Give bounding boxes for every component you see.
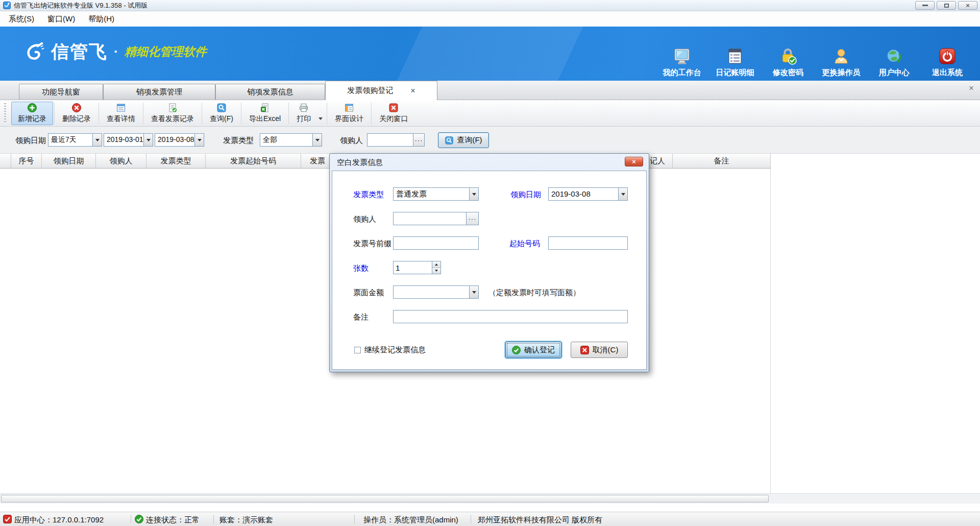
col-seq[interactable]: 序号 xyxy=(11,154,42,168)
chevron-down-icon[interactable] xyxy=(618,188,627,200)
date-from-value: 2019-03-01 xyxy=(104,134,143,146)
invoice-type-select[interactable]: 普通发票 xyxy=(393,187,479,201)
restore-button[interactable] xyxy=(937,1,956,10)
toolbar-label: 关闭窗口 xyxy=(379,114,408,124)
count-input[interactable] xyxy=(394,261,432,274)
chevron-down-icon[interactable] xyxy=(469,188,478,200)
brand: 信管飞 · 精细化管理软件 xyxy=(22,40,207,64)
col-purchaser[interactable]: 领购人 xyxy=(96,154,146,168)
purchaser-input[interactable] xyxy=(394,212,466,225)
purchase-date-select[interactable]: 2019-03-08 xyxy=(548,187,628,201)
toolbar-label: 打印 xyxy=(297,114,311,124)
invoice-type-select[interactable]: 全部 xyxy=(260,133,322,147)
toolbar-separator xyxy=(99,103,99,124)
minimize-button[interactable] xyxy=(915,1,935,10)
confirm-register-button[interactable]: 确认登记 xyxy=(505,342,561,358)
purchaser-lookup-button[interactable]: ··· xyxy=(413,134,424,146)
purchaser-filter-input[interactable] xyxy=(368,134,413,146)
menu-window[interactable]: 窗口(W) xyxy=(41,12,82,26)
filter-person-label: 领购人 xyxy=(340,136,363,146)
print-dropdown-caret[interactable] xyxy=(318,117,323,120)
action-label: 更换操作员 xyxy=(822,68,861,78)
brand-separator: · xyxy=(114,44,118,60)
date-range-select[interactable]: 最近7天 xyxy=(48,133,102,147)
tab-strip: 功能导航窗 销项发票管理 销项发票信息 发票领购登记 × × xyxy=(0,81,980,100)
dialog-title: 空白发票信息 xyxy=(337,154,383,171)
col-invoice-type[interactable]: 发票类型 xyxy=(146,154,206,168)
toolbar-print[interactable]: 打印 xyxy=(290,102,317,125)
tab-function-nav[interactable]: 功能导航窗 xyxy=(19,84,103,100)
scrollbar-thumb[interactable] xyxy=(1,495,769,503)
count-label: 张数 xyxy=(353,264,369,273)
toolbar-query[interactable]: 查询(F) xyxy=(203,102,240,125)
app-header: 信管飞 · 精细化管理软件 我的工作台 日记账明细 修改密码 更换操作 xyxy=(0,27,980,81)
col-remark[interactable]: 备注 xyxy=(673,154,771,168)
status-separator xyxy=(354,515,355,523)
toolbar-close-window[interactable]: 关闭窗口 xyxy=(373,102,414,125)
tab-invoice-purchase-register[interactable]: 发票领购登记 × xyxy=(325,81,437,100)
search-button[interactable]: 查询(F) xyxy=(438,132,489,148)
dialog-close-button[interactable]: × xyxy=(625,157,643,166)
lock-check-icon xyxy=(779,47,797,65)
amount-hint: （定额发票时可填写面额） xyxy=(488,288,580,298)
continue-register-option: 继续登记发票信息 xyxy=(354,345,426,355)
purchaser-filter-field: ··· xyxy=(367,133,425,147)
amount-value xyxy=(394,286,469,298)
toolbar-ui-design[interactable]: 界面设计 xyxy=(328,102,370,125)
col-start-number[interactable]: 发票起始号码 xyxy=(206,154,301,168)
tabstrip-close-icon[interactable]: × xyxy=(969,83,974,93)
cancel-button[interactable]: 取消(C) xyxy=(571,342,628,358)
restore-icon xyxy=(944,4,949,8)
spin-up-icon[interactable] xyxy=(432,261,440,268)
tab-sales-invoice-mgmt[interactable]: 销项发票管理 xyxy=(103,84,215,100)
chevron-down-icon[interactable] xyxy=(92,134,102,146)
purchaser-lookup-button[interactable]: ··· xyxy=(466,212,478,225)
status-bar: 应用中心：127.0.0.1:7092 连接状态：正常 账套：演示账套 操作员：… xyxy=(0,512,980,526)
toolbar-delete-record[interactable]: 删除记录 xyxy=(56,102,97,125)
action-exit-system[interactable]: 退出系统 xyxy=(921,47,974,78)
date-from-select[interactable]: 2019-03-01 xyxy=(104,133,153,147)
menu-help[interactable]: 帮助(H) xyxy=(82,12,121,26)
date-range-value: 最近7天 xyxy=(48,134,92,146)
continue-register-checkbox[interactable] xyxy=(354,347,361,353)
tab-label: 销项发票信息 xyxy=(248,87,293,97)
spin-down-icon[interactable] xyxy=(432,268,440,274)
col-purchase-date[interactable]: 领购日期 xyxy=(42,154,96,168)
invoice-type-value: 全部 xyxy=(260,134,312,146)
toolbar-view-invoice-records[interactable]: 查看发票记录 xyxy=(144,102,201,125)
tab-close-icon[interactable]: × xyxy=(410,86,415,95)
dialog-body: 发票类型 普通发票 领购日期 2019-03-08 领购人 ··· 发票号前缀 … xyxy=(332,171,647,370)
action-my-workbench[interactable]: 我的工作台 xyxy=(655,47,708,78)
remark-input[interactable] xyxy=(393,310,628,323)
chevron-down-icon[interactable] xyxy=(143,134,153,146)
toolbar-grip xyxy=(4,103,6,124)
action-switch-operator[interactable]: 更换操作员 xyxy=(815,47,868,78)
chevron-down-icon[interactable] xyxy=(194,134,204,146)
toolbar-label: 查询(F) xyxy=(210,114,233,124)
app-icon xyxy=(3,2,11,9)
action-journal-detail[interactable]: 日记账明细 xyxy=(708,47,762,78)
menu-system[interactable]: 系统(S) xyxy=(2,12,41,26)
purchase-date-value: 2019-03-08 xyxy=(549,188,618,200)
close-button[interactable]: × xyxy=(958,1,977,10)
prefix-input[interactable] xyxy=(393,236,479,250)
action-label: 日记账明细 xyxy=(716,68,754,78)
toolbar-add-record[interactable]: 新增记录 xyxy=(11,102,53,125)
toolbar-view-details[interactable]: 查看详情 xyxy=(100,102,142,125)
chevron-down-icon[interactable] xyxy=(312,134,322,146)
toolbar-label: 查看详情 xyxy=(107,114,135,124)
action-label: 退出系统 xyxy=(932,68,963,78)
invoice-type-value: 普通发票 xyxy=(394,188,469,200)
horizontal-scrollbar[interactable] xyxy=(0,493,980,504)
action-label: 我的工作台 xyxy=(663,68,701,78)
chevron-down-icon[interactable] xyxy=(469,286,478,298)
action-user-center[interactable]: 用户中心 xyxy=(868,47,921,78)
action-change-password[interactable]: 修改密码 xyxy=(762,47,815,78)
tab-sales-invoice-info[interactable]: 销项发票信息 xyxy=(215,84,325,100)
start-number-input[interactable] xyxy=(548,236,628,250)
cancel-button-label: 取消(C) xyxy=(593,345,619,355)
amount-select[interactable] xyxy=(393,285,479,299)
date-to-select[interactable]: 2019-03-08 xyxy=(155,133,204,147)
minimize-icon xyxy=(922,5,928,6)
toolbar-export-excel[interactable]: 导出Excel xyxy=(242,102,287,125)
